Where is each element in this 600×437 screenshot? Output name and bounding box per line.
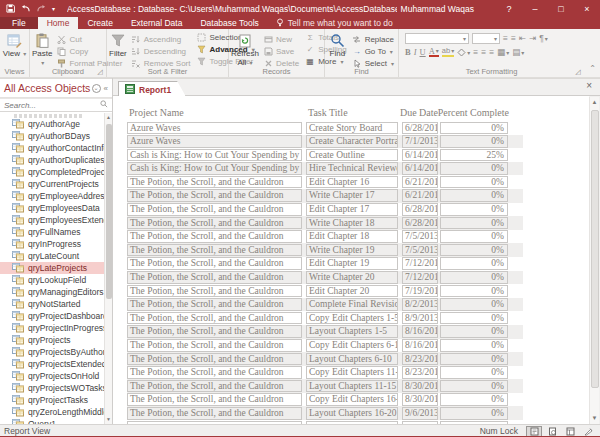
table-row[interactable]: The Potion, the Scroll, and the Cauldron…	[113, 311, 589, 325]
align-right-icon[interactable]: ≡	[489, 47, 494, 57]
tab-report1[interactable]: Report1	[118, 81, 186, 97]
close-document-icon[interactable]: ×	[586, 80, 592, 91]
collapse-ribbon-icon[interactable]: ⌃	[589, 64, 596, 73]
scroll-up-icon[interactable]: ▲	[105, 113, 112, 122]
sidebar-query-item[interactable]: qryLateProjects	[0, 262, 104, 274]
new-record-button[interactable]: New	[261, 33, 301, 45]
tab-create[interactable]: Create	[78, 17, 122, 29]
table-row[interactable]: The Potion, the Scroll, and the Cauldron…	[113, 216, 589, 230]
sidebar-query-item[interactable]: qryLateCount	[0, 250, 104, 262]
tab-database-tools[interactable]: Database Tools	[191, 17, 267, 29]
table-row[interactable]: The Potion, the Scroll, and the Cauldron…	[113, 284, 589, 298]
redo-icon[interactable]	[36, 4, 47, 13]
table-row[interactable]: Cash is King: How to Cut Your Spending b…	[113, 148, 589, 162]
filter-button[interactable]: Filter	[109, 32, 127, 58]
sidebar-query-item[interactable]: qryEmployeesData	[0, 202, 104, 214]
font-size-combo[interactable]: ▾	[472, 33, 500, 44]
table-row[interactable]: The Potion, the Scroll, and the Cauldron…	[113, 257, 589, 271]
sidebar-query-item[interactable]: qryAuthorDuplicates	[0, 154, 104, 166]
replace-button[interactable]: Replace	[350, 33, 396, 45]
underline-button[interactable]: U	[420, 47, 426, 57]
align-left-icon[interactable]: ≡	[473, 47, 478, 57]
sidebar-query-item[interactable]: qryLookupField	[0, 274, 104, 286]
nav-menu-icon[interactable]: ⌄	[92, 84, 101, 93]
search-input[interactable]	[4, 101, 100, 110]
view-button[interactable]: View ▾	[2, 32, 27, 59]
minimize-button[interactable]: –	[522, 4, 548, 14]
table-row[interactable]: The Potion, the Scroll, and the Cauldron…	[113, 230, 589, 244]
gridlines-button[interactable]: ▦▾	[497, 47, 509, 57]
report-scrollbar[interactable]: ▲ ▼	[589, 97, 599, 424]
customize-qat-icon[interactable]: ▾	[52, 5, 55, 12]
numbering-icon[interactable]: ≡	[511, 33, 516, 43]
sidebar-query-item[interactable]: qryProjectsWOTasks	[0, 382, 104, 394]
maximize-button[interactable]: □	[548, 4, 574, 14]
table-row[interactable]: The Potion, the Scroll, and the Cauldron…	[113, 271, 589, 285]
sidebar-query-item[interactable]: qryAuthorAge	[0, 118, 104, 130]
report-scroll-down-icon[interactable]: ▼	[590, 413, 599, 424]
sidebar-query-item[interactable]: qryManagingEditors	[0, 286, 104, 298]
help-button[interactable]: ?	[496, 4, 522, 14]
refresh-all-button[interactable]: Refresh All ▾	[231, 32, 259, 68]
fill-color-button[interactable]: ▾	[457, 48, 470, 57]
sidebar-query-item[interactable]: qryProjects	[0, 334, 104, 346]
alt-row-color-button[interactable]: ▤▾	[512, 47, 524, 57]
close-button[interactable]: ×	[574, 4, 600, 14]
report-scroll-up-icon[interactable]: ▲	[590, 97, 599, 108]
bullets-icon[interactable]: ≡	[503, 33, 508, 43]
align-center-icon[interactable]: ≡	[481, 47, 486, 57]
sidebar-query-item[interactable]: qryNotStarted	[0, 298, 104, 310]
tab-external-data[interactable]: External Data	[122, 17, 192, 29]
save-icon[interactable]	[6, 4, 15, 13]
find-button[interactable]: Find	[327, 32, 348, 58]
italic-button[interactable]: I	[414, 47, 417, 57]
account-name[interactable]: Muhammad Waqas	[401, 4, 474, 14]
tab-file[interactable]: File	[0, 17, 38, 29]
increase-indent-icon[interactable]: ⇥	[529, 33, 536, 43]
sidebar-query-item[interactable]: qryProjectTasks	[0, 394, 104, 406]
sidebar-query-item[interactable]: qryInProgress	[0, 238, 104, 250]
table-row[interactable]: Cash is King: How to Cut Your Spending b…	[113, 162, 589, 176]
table-row[interactable]: The Potion, the Scroll, and the Cauldron…	[113, 366, 589, 380]
decrease-indent-icon[interactable]: ⇤	[519, 33, 526, 43]
sidebar-query-item[interactable]: qryAuthorContactInfo	[0, 142, 104, 154]
design-view-button[interactable]	[580, 426, 596, 437]
table-row[interactable]: The Potion, the Scroll, and the Cauldron…	[113, 175, 589, 189]
nav-search-box[interactable]	[0, 98, 112, 112]
tab-home[interactable]: Home	[38, 17, 79, 29]
table-row[interactable]: The Potion, the Scroll, and the Cauldron…	[113, 189, 589, 203]
report-scroll-thumb[interactable]	[591, 110, 599, 388]
table-row[interactable]: The Potion, the Scroll, and the Cauldron…	[113, 339, 589, 353]
sidebar-query-item[interactable]: qryZeroLengthMiddleInitial	[0, 406, 104, 418]
sidebar-query-item[interactable]: qryProjectDashboard	[0, 310, 104, 322]
sidebar-query-item[interactable]: qryProjectsOnHold	[0, 370, 104, 382]
highlight-button[interactable]: ab▾	[442, 47, 454, 57]
report-view-button[interactable]	[526, 426, 542, 437]
sidebar-query-item[interactable]: qryEmployeeAddresses	[0, 190, 104, 202]
nav-scrollbar[interactable]: ▲ ▼	[104, 113, 112, 424]
table-row[interactable]: The Potion, the Scroll, and the Cauldron…	[113, 298, 589, 312]
sidebar-query-item[interactable]: qryCompletedProjects	[0, 166, 104, 178]
font-name-combo[interactable]: ▾	[405, 33, 469, 44]
table-row[interactable]: The Potion, the Scroll, and the Cauldron…	[113, 325, 589, 339]
sidebar-query-item[interactable]: qryFullNames	[0, 226, 104, 238]
print-preview-button[interactable]	[544, 426, 560, 437]
goto-button[interactable]: →Go To▾	[350, 45, 396, 57]
layout-view-button[interactable]	[562, 426, 578, 437]
table-row[interactable]: The Potion, the Scroll, and the Cauldron…	[113, 203, 589, 217]
shutter-close-icon[interactable]: «	[104, 84, 108, 93]
table-row[interactable]: The Potion, the Scroll, and the Cauldron…	[113, 379, 589, 393]
bold-button[interactable]: B	[405, 47, 411, 57]
sidebar-query-item[interactable]: qryCurrentProjects	[0, 178, 104, 190]
descending-button[interactable]: Descending	[129, 45, 193, 57]
scroll-down-icon[interactable]: ▼	[105, 415, 112, 424]
sidebar-query-item[interactable]: qryProjectInProgress	[0, 322, 104, 334]
paste-button[interactable]: Paste▾	[32, 32, 52, 68]
table-row[interactable]: The Potion, the Scroll, and the Cauldron…	[113, 243, 589, 257]
tell-me-box[interactable]: Tell me what you want to do	[268, 17, 401, 29]
table-row[interactable]: The Potion, the Scroll, and the Cauldron…	[113, 352, 589, 366]
undo-icon[interactable]	[20, 4, 31, 13]
sidebar-query-item[interactable]: qryProjectsByAuthor	[0, 346, 104, 358]
sidebar-query-item[interactable]: qryEmployeesExtended	[0, 214, 104, 226]
text-direction-icon[interactable]: ¶▾	[539, 33, 548, 43]
